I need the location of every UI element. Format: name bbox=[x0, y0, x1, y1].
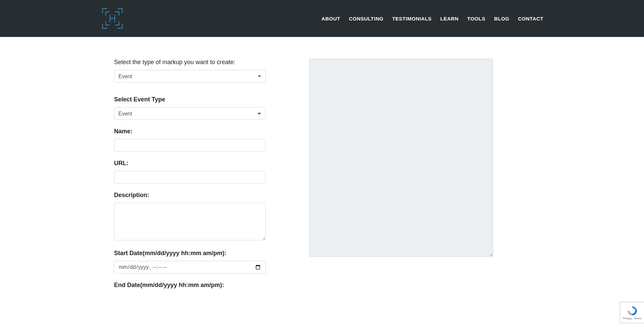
main-nav: About Consulting Testimonials Learn Tool… bbox=[321, 16, 543, 21]
nav-about[interactable]: About bbox=[321, 16, 340, 21]
start-date-input[interactable] bbox=[114, 261, 266, 274]
recaptcha-terms: Privacy - Terms bbox=[623, 317, 641, 320]
nav-tools[interactable]: Tools bbox=[467, 16, 485, 21]
main-content: Select the type of markup you want to cr… bbox=[101, 37, 543, 306]
url-group: URL: bbox=[114, 160, 266, 184]
name-label: Name: bbox=[114, 128, 266, 135]
header-inner: About Consulting Testimonials Learn Tool… bbox=[101, 7, 543, 30]
recaptcha-badge[interactable]: Privacy - Terms bbox=[620, 302, 644, 323]
markup-type-group: Select the type of markup you want to cr… bbox=[114, 59, 266, 83]
nav-contact[interactable]: Contact bbox=[518, 16, 543, 21]
description-textarea[interactable] bbox=[114, 203, 266, 240]
end-date-group: End Date(mm/dd/yyyy hh:mm am/pm): bbox=[114, 282, 266, 289]
recaptcha-icon bbox=[627, 305, 638, 317]
nav-consulting[interactable]: Consulting bbox=[349, 16, 383, 21]
name-input[interactable] bbox=[114, 139, 266, 152]
start-date-label: Start Date(mm/dd/yyyy hh:mm am/pm): bbox=[114, 250, 266, 257]
nav-testimonials[interactable]: Testimonials bbox=[392, 16, 432, 21]
logo-icon bbox=[101, 7, 124, 30]
recaptcha-privacy[interactable]: Privacy bbox=[623, 317, 632, 320]
description-group: Description: bbox=[114, 192, 266, 242]
start-date-group: Start Date(mm/dd/yyyy hh:mm am/pm): bbox=[114, 250, 266, 274]
end-date-label: End Date(mm/dd/yyyy hh:mm am/pm): bbox=[114, 282, 266, 289]
recaptcha-terms-link[interactable]: Terms bbox=[634, 317, 641, 320]
name-group: Name: bbox=[114, 128, 266, 152]
markup-type-select[interactable]: Event bbox=[114, 70, 266, 83]
nav-blog[interactable]: Blog bbox=[494, 16, 509, 21]
url-label: URL: bbox=[114, 160, 266, 167]
event-type-group: Select Event Type Event bbox=[114, 96, 266, 120]
description-label: Description: bbox=[114, 192, 266, 199]
preview-pane[interactable] bbox=[309, 59, 493, 257]
nav-learn[interactable]: Learn bbox=[440, 16, 459, 21]
preview-column bbox=[309, 59, 493, 257]
form-column: Select the type of markup you want to cr… bbox=[114, 59, 266, 293]
event-type-select[interactable]: Event bbox=[114, 107, 266, 120]
markup-type-label: Select the type of markup you want to cr… bbox=[114, 59, 266, 66]
url-input[interactable] bbox=[114, 171, 266, 184]
site-header: About Consulting Testimonials Learn Tool… bbox=[0, 0, 644, 37]
event-type-label: Select Event Type bbox=[114, 96, 266, 103]
logo[interactable] bbox=[101, 7, 124, 30]
